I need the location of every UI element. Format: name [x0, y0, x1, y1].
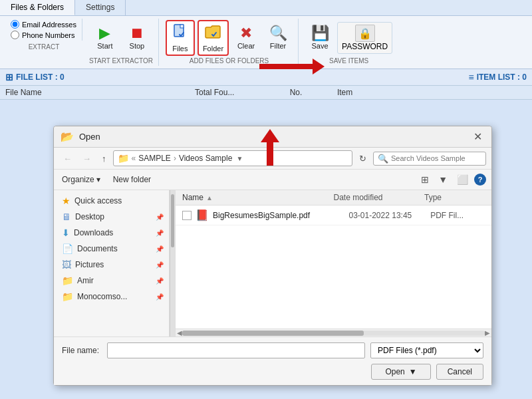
- path-sample: SAMPLE: [138, 154, 171, 163]
- folder-icon: [204, 23, 221, 43]
- hscroll-thumb[interactable]: [182, 331, 364, 336]
- file-name: BigResumesBigSample.pdf: [213, 211, 349, 220]
- downloads-label: Downloads: [74, 228, 113, 237]
- path-separator-1: «: [132, 154, 136, 163]
- dialog-nav: ← → ↑ 📁 « SAMPLE › Videos Sample ▼ ↻ 🔍: [54, 148, 491, 170]
- amir-pin: 📌: [156, 277, 164, 285]
- path-dropdown-arrow[interactable]: ▼: [236, 155, 243, 162]
- refresh-button[interactable]: ↻: [355, 152, 370, 166]
- sidebar-item-pictures[interactable]: 🖼 Pictures 📌: [54, 257, 169, 273]
- documents-icon: 📄: [62, 243, 73, 254]
- path-separator-2: ›: [174, 154, 176, 163]
- files-col-type-header: Type: [424, 193, 485, 202]
- nav-forward-button[interactable]: →: [78, 152, 95, 166]
- nav-back-button[interactable]: ←: [59, 152, 76, 166]
- col-filename-header: File Name: [5, 88, 195, 97]
- open-button[interactable]: Open ▼: [371, 364, 430, 380]
- open-label: Open: [385, 367, 404, 376]
- filename-input[interactable]: [107, 342, 365, 358]
- dialog-files: Name ▲ Date modified Type 📕 BigResumesBi…: [176, 190, 491, 336]
- list-icon: ≡: [468, 72, 473, 82]
- start-button[interactable]: ▶ Start: [90, 23, 120, 53]
- phone-numbers-label: Phone Numbers: [22, 31, 75, 39]
- view-preview-button[interactable]: ⬜: [454, 172, 471, 187]
- amir-icon: 📁: [62, 275, 73, 286]
- password-button[interactable]: 🔒 PASSWORD: [337, 22, 392, 54]
- pictures-pin: 📌: [156, 261, 164, 269]
- sidebar-scrollbar[interactable]: [170, 190, 175, 336]
- search-input[interactable]: [391, 154, 477, 162]
- clear-icon: ✖: [240, 26, 252, 41]
- files-button[interactable]: Files: [166, 20, 195, 56]
- pictures-label: Pictures: [75, 260, 104, 269]
- organize-button[interactable]: Organize ▾: [59, 174, 103, 186]
- file-checkbox[interactable]: [182, 211, 192, 220]
- save-button[interactable]: 💾 Save: [305, 23, 334, 53]
- start-extractor-group: ▶ Start ⏹ Stop START EXTRACTOR: [84, 19, 159, 66]
- sidebar-item-amir[interactable]: 📁 Amir 📌: [54, 273, 169, 289]
- hscroll-right[interactable]: ▶: [485, 329, 490, 336]
- pictures-icon: 🖼: [62, 259, 71, 270]
- ribbon-content: Email Addresses Phone Numbers EXTRACT ▶ …: [0, 16, 532, 68]
- tab-files-folders[interactable]: Files & Folders: [0, 0, 75, 15]
- help-button[interactable]: ?: [474, 174, 486, 186]
- filter-button[interactable]: 🔍 Filter: [263, 23, 293, 53]
- start-extractor-label: START EXTRACTOR: [89, 57, 153, 65]
- search-icon: 🔍: [378, 154, 388, 164]
- files-hscroll[interactable]: ◀ ▶: [176, 329, 491, 336]
- files-label: Files: [172, 45, 188, 53]
- sidebar-item-monocomso[interactable]: 📁 Monocomso... 📌: [54, 289, 169, 305]
- dialog-close-button[interactable]: ✕: [471, 130, 485, 143]
- folder-label: Folder: [203, 45, 223, 53]
- downloads-icon: ⬇: [62, 227, 70, 238]
- hscroll-left[interactable]: ◀: [177, 329, 182, 336]
- files-col-name-header[interactable]: Name ▲: [182, 193, 334, 202]
- view-details-button[interactable]: ▼: [435, 172, 451, 187]
- filetype-select[interactable]: PDF Files (*.pdf): [370, 342, 483, 358]
- sidebar-item-desktop[interactable]: 🖥 Desktop 📌: [54, 209, 169, 225]
- folder-button[interactable]: Folder: [198, 20, 229, 56]
- dialog-actions: Open ▼ Cancel: [62, 364, 483, 380]
- sidebar-item-documents[interactable]: 📄 Documents 📌: [54, 241, 169, 257]
- files-icon: [172, 23, 189, 43]
- filename-label: File name:: [62, 346, 102, 355]
- view-list-button[interactable]: ⊞: [418, 172, 432, 187]
- save-buttons: 💾 Save 🔒 PASSWORD: [305, 20, 392, 56]
- tab-settings[interactable]: Settings: [75, 0, 126, 15]
- documents-pin: 📌: [156, 245, 164, 253]
- dialog-toolbar: Organize ▾ New folder ⊞ ▼ ⬜ ?: [54, 170, 491, 190]
- password-label: PASSWORD: [342, 42, 388, 51]
- new-folder-button[interactable]: New folder: [108, 173, 156, 186]
- dialog-sidebar-container: ★ Quick access 🖥 Desktop 📌 ⬇ Downloads 📌: [54, 190, 176, 336]
- phone-numbers-option[interactable]: Phone Numbers: [11, 31, 76, 39]
- clear-button[interactable]: ✖ Clear: [231, 23, 261, 53]
- dialog-title-text: Open: [79, 132, 466, 142]
- sidebar-item-quick-access[interactable]: ★ Quick access: [54, 193, 169, 209]
- organize-label: Organize: [62, 175, 94, 184]
- file-row[interactable]: 📕 BigResumesBigSample.pdf 03-01-2022 13:…: [176, 205, 491, 225]
- path-bar[interactable]: 📁 « SAMPLE › Videos Sample ▼: [113, 150, 353, 166]
- desktop-label: Desktop: [75, 212, 104, 221]
- col-total-header: Total Fou...: [195, 88, 290, 97]
- cancel-button[interactable]: Cancel: [436, 364, 483, 380]
- email-addresses-radio[interactable]: [11, 20, 19, 29]
- hscroll-track[interactable]: [182, 331, 485, 336]
- extract-group: Email Addresses Phone Numbers EXTRACT: [5, 19, 82, 66]
- nav-up-button[interactable]: ↑: [98, 152, 110, 166]
- svg-rect-1: [180, 25, 184, 28]
- organize-dropdown: ▾: [96, 175, 100, 184]
- sidebar-scroll-thumb[interactable]: [171, 194, 174, 247]
- sidebar-item-downloads[interactable]: ⬇ Downloads 📌: [54, 225, 169, 241]
- col-no-header: No.: [290, 88, 337, 97]
- pdf-file-icon: 📕: [196, 209, 209, 221]
- dialog-sidebar: ★ Quick access 🖥 Desktop 📌 ⬇ Downloads 📌: [54, 190, 170, 336]
- path-videos: Videos Sample: [179, 154, 233, 163]
- email-addresses-option[interactable]: Email Addresses: [11, 20, 76, 29]
- stop-button[interactable]: ⏹ Stop: [122, 23, 152, 53]
- phone-numbers-radio[interactable]: [11, 31, 19, 39]
- ribbon-tabs: Files & Folders Settings: [0, 0, 532, 16]
- file-type: PDF Fil...: [430, 211, 485, 220]
- start-label: Start: [97, 42, 112, 50]
- filename-row: File name: PDF Files (*.pdf): [62, 342, 483, 358]
- files-col-date-header: Date modified: [334, 193, 425, 202]
